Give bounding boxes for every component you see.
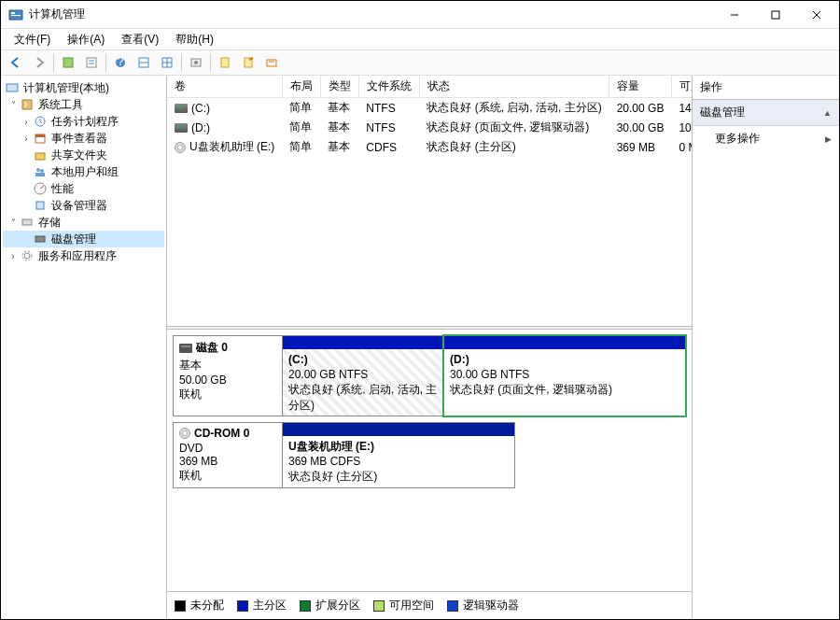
svg-rect-1	[11, 12, 15, 14]
tree-label: 系统工具	[38, 97, 83, 113]
close-button[interactable]	[796, 2, 837, 28]
tree-node-level2[interactable]: ›事件查看器	[3, 130, 164, 147]
tree-node-level2[interactable]: 共享文件夹	[3, 147, 164, 163]
svg-rect-28	[35, 134, 45, 137]
partition[interactable]: U盘装机助理 (E:)369 MB CDFS状态良好 (主分区)	[282, 422, 515, 488]
item-icon	[33, 232, 48, 247]
menu-help[interactable]: 帮助(H)	[168, 30, 221, 49]
partition-title: U盘装机助理 (E:)	[288, 439, 509, 454]
view-list-button[interactable]	[133, 51, 155, 74]
volume-list[interactable]: 卷布局类型文件系统状态容量可用空间% 可用 (C:)简单基本NTFS状态良好 (…	[167, 76, 692, 326]
legend-swatch	[237, 600, 248, 612]
tree-toggle-icon[interactable]: ˅	[7, 218, 20, 228]
svg-point-38	[24, 253, 30, 259]
tree-node-level2[interactable]: 设备管理器	[3, 197, 164, 214]
action-options-button[interactable]	[260, 51, 283, 74]
disk-graphical-pane[interactable]: 磁盘 0基本50.00 GB联机(C:)20.00 GB NTFS状态良好 (系…	[167, 330, 692, 591]
volume-row[interactable]: (D:)简单基本NTFS状态良好 (页面文件, 逻辑驱动器)30.00 GB10…	[167, 118, 692, 137]
svg-point-19	[194, 61, 198, 64]
volume-row[interactable]: (C:)简单基本NTFS状态良好 (系统, 启动, 活动, 主分区)20.00 …	[167, 98, 692, 119]
tree-toggle-icon[interactable]: ›	[20, 134, 33, 144]
svg-rect-4	[772, 11, 779, 19]
tree-node-level1[interactable]: ˅系统工具	[3, 96, 164, 113]
tree-root[interactable]: 计算机管理(本地)	[3, 79, 164, 96]
toolbar-separator	[105, 53, 106, 72]
partition-status: 状态良好 (页面文件, 逻辑驱动器)	[450, 382, 679, 397]
minimize-button[interactable]	[714, 2, 755, 28]
column-header[interactable]: 卷	[167, 76, 282, 98]
partition-status: 状态良好 (主分区)	[288, 469, 509, 484]
chevron-up-icon: ▲	[823, 108, 832, 118]
item-icon	[33, 148, 48, 162]
actions-group-label: 磁盘管理	[700, 105, 745, 120]
column-header[interactable]: 状态	[419, 76, 609, 98]
column-header[interactable]: 可用空间	[671, 76, 692, 98]
partition-title: (C:)	[288, 352, 438, 367]
disk-kind: 基本	[179, 358, 276, 373]
settings-button[interactable]	[185, 51, 207, 74]
disk-kind: DVD	[179, 442, 276, 455]
folder-icon	[20, 97, 35, 112]
tree-node-level1[interactable]: ˅存储	[3, 214, 164, 231]
svg-text:?: ?	[118, 56, 124, 68]
partition[interactable]: (C:)20.00 GB NTFS状态良好 (系统, 启动, 活动, 主分区)	[282, 335, 444, 416]
tree-toggle-icon[interactable]: ›	[7, 251, 20, 261]
maximize-button[interactable]	[755, 2, 796, 28]
tree-pane[interactable]: 计算机管理(本地) ˅系统工具›任务计划程序›事件查看器共享文件夹本地用户和组性…	[1, 76, 167, 619]
disk-name: 磁盘 0	[196, 340, 228, 356]
partition-size: 20.00 GB NTFS	[288, 367, 438, 382]
partition-size: 30.00 GB NTFS	[450, 367, 679, 382]
action-attach-button[interactable]	[237, 51, 259, 74]
tree-node-level2[interactable]: 性能	[3, 180, 164, 197]
column-header[interactable]: 类型	[320, 76, 358, 98]
action-new-button[interactable]	[214, 51, 236, 74]
tree-node-level1[interactable]: ›服务和应用程序	[3, 247, 164, 264]
tree-node-level2[interactable]: 本地用户和组	[3, 163, 164, 180]
properties-button[interactable]	[80, 51, 103, 74]
svg-rect-2	[11, 15, 21, 16]
tree-toggle-icon[interactable]: ›	[20, 117, 33, 127]
volume-row[interactable]: U盘装机助理 (E:)简单基本CDFS状态良好 (主分区)369 MB0 MB0…	[167, 137, 692, 157]
item-icon	[33, 114, 48, 129]
svg-rect-7	[63, 58, 73, 67]
help-button[interactable]: ?	[109, 51, 132, 74]
disk-name: CD-ROM 0	[194, 427, 249, 440]
disc-icon	[175, 142, 186, 153]
disk-info-box[interactable]: CD-ROM 0DVD369 MB联机	[173, 422, 283, 488]
folder-icon	[20, 248, 35, 263]
tree-node-level2[interactable]: 磁盘管理	[3, 231, 164, 247]
drive-icon	[175, 104, 188, 113]
legend-label: 未分配	[190, 598, 224, 613]
refresh-button[interactable]	[57, 51, 79, 74]
actions-more[interactable]: 更多操作 ▶	[693, 126, 839, 151]
svg-rect-37	[36, 237, 39, 238]
tree-label: 共享文件夹	[51, 148, 107, 163]
actions-more-label: 更多操作	[715, 131, 760, 147]
menu-view[interactable]: 查看(V)	[114, 30, 166, 49]
main-pane: 卷布局类型文件系统状态容量可用空间% 可用 (C:)简单基本NTFS状态良好 (…	[167, 76, 693, 619]
svg-rect-36	[35, 236, 45, 242]
forward-button[interactable]	[28, 51, 50, 74]
menu-action[interactable]: 操作(A)	[60, 30, 112, 49]
actions-group-header[interactable]: 磁盘管理 ▲	[693, 100, 839, 126]
legend-item: 扩展分区	[300, 598, 360, 613]
partition-color-bar	[283, 336, 443, 349]
item-icon	[33, 181, 48, 196]
legend-label: 主分区	[253, 598, 287, 613]
menu-file[interactable]: 文件(F)	[7, 30, 58, 49]
disk-info-box[interactable]: 磁盘 0基本50.00 GB联机	[173, 335, 283, 416]
back-button[interactable]	[5, 51, 27, 74]
tree-label: 设备管理器	[51, 198, 107, 214]
view-detail-button[interactable]	[156, 51, 178, 74]
legend-item: 逻辑驱动器	[447, 598, 519, 613]
column-header[interactable]: 文件系统	[358, 76, 419, 98]
column-header[interactable]: 布局	[282, 76, 320, 98]
column-header[interactable]: 容量	[609, 76, 672, 98]
item-icon	[33, 198, 48, 213]
svg-rect-22	[267, 60, 276, 66]
disk-state: 联机	[179, 468, 276, 484]
partition[interactable]: (D:)30.00 GB NTFS状态良好 (页面文件, 逻辑驱动器)	[443, 335, 686, 416]
tree-toggle-icon[interactable]: ˅	[7, 100, 20, 110]
tree-node-level2[interactable]: ›任务计划程序	[3, 113, 164, 130]
disk-size: 369 MB	[179, 455, 276, 468]
